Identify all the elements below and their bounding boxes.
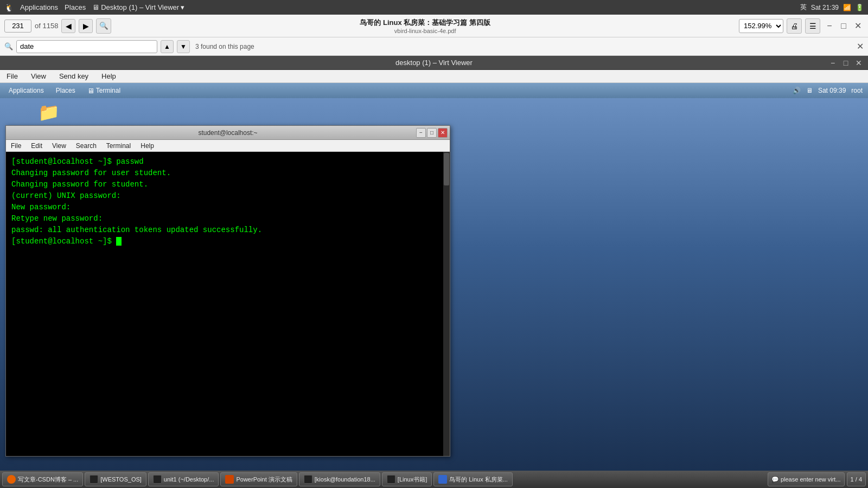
terminal-window-controls: − □ ✕ (416, 128, 448, 138)
desktop-taskbar-btn[interactable]: 🖥 Desktop (1) – Virt Viewer ▾ (90, 3, 187, 11)
search-icon-small: 🔍 (4, 42, 13, 50)
linux-book-icon (438, 475, 447, 484)
pdf-minimize-button[interactable]: − (824, 20, 835, 32)
virt-menu-file[interactable]: File (3, 71, 21, 81)
terminal-content[interactable]: [student@localhost ~]$ passwdChanging pa… (6, 152, 450, 456)
vm-top-bar: Applications Places 🖥 Terminal 🔊 🖥 Sat 0… (0, 83, 868, 98)
terminal-title-label: student@localhost:~ (198, 129, 257, 137)
terminal-icon-small: 🖥 (87, 87, 94, 95)
virt-menu-sendkey[interactable]: Send key (56, 71, 92, 81)
outer-taskbar: 写文章-CSDN博客 – ... [WESTOS_OS] unit1 (~/De… (0, 471, 868, 488)
pdf-title-area: 鸟哥的 Linux 私房菜：基础学习篇 第四版 vbird-linux-basi… (114, 18, 736, 34)
search-close-button[interactable]: ✕ (857, 41, 864, 52)
terminal-line: Changing password for user student. (11, 168, 444, 179)
pdf-sub-title: vbird-linux-basic-4e.pdf (114, 28, 736, 34)
vm-network-icon: 🖥 (806, 87, 813, 94)
pdf-search-button[interactable]: 🔍 (96, 18, 111, 34)
outer-task-kiosk[interactable]: [kiosk@foundation18... (299, 472, 380, 486)
pdf-window-controls: − □ ✕ (824, 20, 864, 32)
virt-minimize-button[interactable]: − (828, 58, 838, 68)
outer-task-csdn[interactable]: 写文章-CSDN博客 – ... (2, 472, 83, 486)
search-input[interactable] (16, 40, 157, 53)
pdf-toolbar-right: 152.99% 50% 75% 100% 125% 150% 175% 200%… (739, 18, 864, 34)
vm-terminal-menu[interactable]: 🖥 Terminal (84, 86, 124, 96)
terminal-title-bar: student@localhost:~ − □ ✕ (6, 126, 450, 140)
terminal-menu-terminal[interactable]: Terminal (104, 142, 133, 150)
terminal-menu-view[interactable]: View (49, 142, 69, 150)
terminal-cursor (116, 237, 122, 246)
virt-viewer-window: desktop (1) – Virt Viewer − □ ✕ File Vie… (0, 56, 868, 488)
linux-books-icon (387, 475, 395, 484)
terminal-window: student@localhost:~ − □ ✕ File Edit View… (5, 125, 450, 457)
vm-top-right: 🔊 🖥 Sat 09:39 root (793, 87, 863, 94)
outer-task-page-num[interactable]: 1 / 4 (847, 472, 866, 486)
pdf-menu-button[interactable]: ☰ (805, 18, 820, 34)
terminal-menu-search[interactable]: Search (73, 142, 99, 150)
pdf-search-bar: 🔍 ▲ ▼ 3 found on this page ✕ (0, 37, 868, 56)
vm-applications-menu[interactable]: Applications (5, 86, 47, 95)
outer-task-linux-books[interactable]: [Linux书籍] (382, 472, 432, 486)
outer-taskbar-right: 💬 please enter new virt... 1 / 4 (768, 472, 866, 486)
print-icon: 🖨 (790, 22, 798, 30)
terminal-icon: 🖥 (92, 3, 99, 11)
pdf-print-button[interactable]: 🖨 (787, 18, 802, 34)
terminal-line: Retype new password: (11, 213, 444, 224)
pdf-main-title: 鸟哥的 Linux 私房菜：基础学习篇 第四版 (114, 18, 736, 28)
notification-icon: 💬 (771, 476, 779, 483)
terminal-scroll-thumb (444, 153, 449, 185)
outer-task-linux-book[interactable]: 鸟哥的 Linux 私房菜... (433, 472, 513, 486)
terminal-minimize-button[interactable]: − (416, 128, 426, 138)
pdf-maximize-button[interactable]: □ (838, 20, 850, 32)
pdf-close-button[interactable]: ✕ (852, 20, 864, 32)
pdf-prev-button[interactable]: ◀ (61, 19, 75, 33)
language-indicator: 英 (800, 3, 807, 12)
terminal-line: Changing password for student. (11, 179, 444, 190)
vm-wallpaper: 📁 student@localhost:~ − □ ✕ File Edit Vi… (0, 98, 868, 473)
system-bar-left: 🐧 Applications Places 🖥 Desktop (1) – Vi… (4, 3, 187, 12)
search-down-button[interactable]: ▼ (177, 40, 190, 53)
outer-system-bar: 🐧 Applications Places 🖥 Desktop (1) – Vi… (0, 0, 868, 15)
terminal-maximize-button[interactable]: □ (427, 128, 437, 138)
system-bar-right: 英 Sat 21:39 📶 🔋 (800, 3, 864, 12)
terminal-line: [student@localhost ~]$ passwd (11, 156, 444, 168)
terminal-menu-help[interactable]: Help (138, 142, 157, 150)
virt-window-controls: − □ ✕ (828, 58, 864, 68)
virt-menu-bar: File View Send key Help (0, 70, 868, 83)
firefox-icon (7, 475, 16, 484)
terminal-scrollbar[interactable] (443, 152, 450, 456)
outer-task-ppt[interactable]: PowerPoint 演示文稿 (220, 472, 297, 486)
network-icon: 📶 (843, 4, 851, 11)
terminal-close-button[interactable]: ✕ (438, 128, 448, 138)
virt-close-button[interactable]: ✕ (854, 58, 864, 68)
outer-task-unit1[interactable]: unit1 (~/Desktop/... (148, 472, 219, 486)
places-menu[interactable]: Places (62, 3, 88, 11)
terminal-line: [student@localhost ~]$ (11, 236, 444, 247)
distro-icon: 🐧 (4, 3, 14, 12)
folder-image-icon: 📁 (38, 104, 60, 121)
zoom-selector[interactable]: 152.99% 50% 75% 100% 125% 150% 175% 200% (739, 19, 783, 33)
virt-menu-help[interactable]: Help (98, 71, 119, 81)
pdf-toolbar: of 1158 ◀ ▶ 🔍 鸟哥的 Linux 私房菜：基础学习篇 第四版 vb… (0, 15, 868, 37)
search-icon: 🔍 (99, 22, 108, 30)
applications-menu[interactable]: Applications (18, 3, 60, 11)
outer-task-westos[interactable]: [WESTOS_OS] (85, 472, 146, 486)
outer-task-notification[interactable]: 💬 please enter new virt... (768, 472, 845, 486)
terminal-menu-bar: File Edit View Search Terminal Help (6, 140, 450, 152)
westos-terminal-icon (90, 475, 98, 484)
virt-maximize-button[interactable]: □ (841, 58, 851, 68)
pdf-page-total-label: of 1158 (35, 22, 58, 30)
pdf-page-input[interactable] (4, 20, 31, 33)
vm-user-label: root (851, 87, 863, 94)
menu-icon: ☰ (809, 22, 816, 30)
pdf-next-button[interactable]: ▶ (79, 19, 93, 33)
chevron-down-icon: ▾ (181, 3, 184, 11)
ppt-icon (225, 475, 234, 484)
search-up-button[interactable]: ▲ (161, 40, 174, 53)
vm-places-menu[interactable]: Places (53, 86, 79, 95)
vm-volume-icon: 🔊 (793, 87, 801, 94)
terminal-line: passwd: all authentication tokens update… (11, 224, 444, 236)
terminal-menu-file[interactable]: File (8, 142, 24, 150)
terminal-menu-edit[interactable]: Edit (28, 142, 45, 150)
virt-menu-view[interactable]: View (28, 71, 49, 81)
virt-viewer-title: desktop (1) – Virt Viewer (395, 59, 473, 67)
